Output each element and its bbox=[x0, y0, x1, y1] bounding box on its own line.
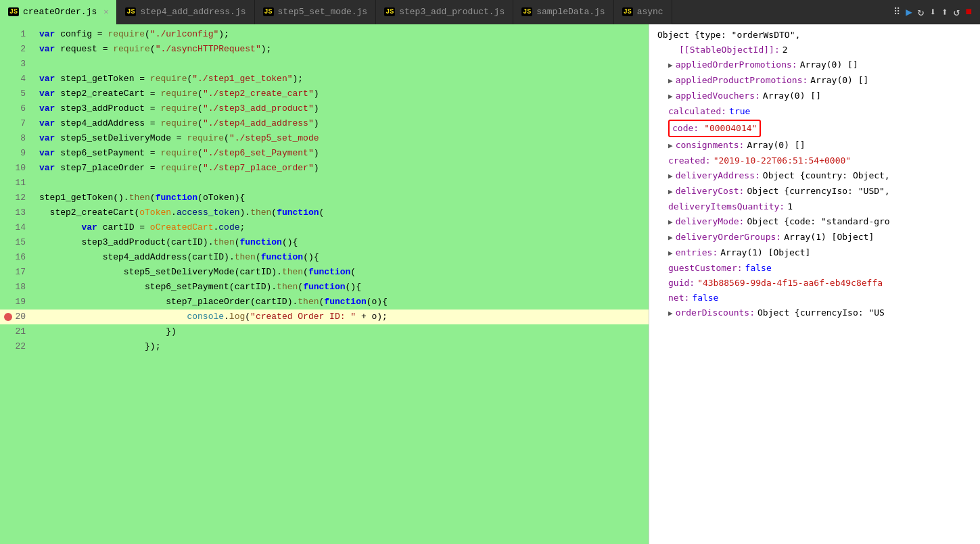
debug-key: net: bbox=[668, 291, 689, 305]
js-icon: JS bbox=[384, 7, 395, 16]
line-number: 17 bbox=[0, 265, 34, 280]
step-over-icon[interactable]: ⬇ bbox=[929, 5, 936, 19]
list-item[interactable]: ▶ deliveryCost: Object {currencyIso: "US… bbox=[657, 184, 972, 199]
tab-label: async bbox=[637, 7, 663, 17]
tab-label: step4_add_address.js bbox=[140, 7, 246, 17]
debug-val: Array(1) [Object] bbox=[720, 246, 810, 259]
line-number: 1 bbox=[0, 27, 34, 42]
list-item: [[StableObjectId]]: 2 bbox=[657, 43, 972, 57]
list-item[interactable]: ▶ consignments: Array(0) [] bbox=[657, 138, 972, 153]
tab-createOrder[interactable]: JS createOrder.js ✕ bbox=[0, 0, 117, 24]
debug-val: Object {country: Object, bbox=[763, 169, 890, 182]
line-number: 8 bbox=[0, 131, 34, 146]
debug-val: Array(0) [] bbox=[747, 139, 805, 152]
expand-icon[interactable]: ▶ bbox=[668, 90, 673, 103]
debug-key: deliveryCost: bbox=[676, 184, 745, 198]
expand-icon[interactable]: ▶ bbox=[668, 307, 673, 320]
tab-label: step3_add_product.js bbox=[399, 7, 505, 17]
tab-step5[interactable]: JS step5_set_mode.js bbox=[255, 0, 377, 24]
list-item: deliveryItemsQuantity: 1 bbox=[657, 199, 972, 214]
line-number: 11 bbox=[0, 176, 34, 191]
debug-key: calculated: bbox=[668, 105, 726, 118]
js-icon: JS bbox=[263, 7, 274, 16]
list-item[interactable]: ▶ deliveryMode: Object {code: "standard-… bbox=[657, 214, 972, 230]
stop-icon[interactable]: ■ bbox=[965, 6, 972, 18]
line-number: 3 bbox=[0, 57, 34, 72]
grid-icon[interactable]: ⠿ bbox=[893, 6, 900, 18]
line-number: 7 bbox=[0, 116, 34, 131]
line-number: 21 bbox=[0, 324, 34, 339]
debug-val: Array(1) [Object] bbox=[784, 230, 874, 244]
debug-val: true bbox=[729, 105, 750, 118]
expand-icon[interactable]: ▶ bbox=[668, 59, 673, 72]
expand-icon[interactable]: ▶ bbox=[668, 139, 673, 153]
line-number: 12 bbox=[0, 191, 34, 205]
js-icon: JS bbox=[622, 7, 633, 16]
tab-label: step5_set_mode.js bbox=[278, 7, 368, 17]
debug-val: Array(0) [] bbox=[810, 74, 868, 87]
list-item[interactable]: ▶ appliedVouchers: Array(0) [] bbox=[657, 89, 972, 104]
breakpoint-marker bbox=[4, 313, 12, 321]
list-item: created: "2019-10-22T06:51:54+0000" bbox=[657, 153, 972, 168]
step-out-icon[interactable]: ⬆ bbox=[941, 5, 948, 19]
list-item: guestCustomer: false bbox=[657, 261, 972, 276]
close-icon[interactable]: ✕ bbox=[103, 7, 108, 17]
debug-key: guid: bbox=[668, 276, 695, 290]
line-number: 16 bbox=[0, 250, 34, 265]
js-icon: JS bbox=[8, 7, 19, 16]
debug-key: entries: bbox=[676, 246, 718, 259]
tab-step4[interactable]: JS step4_add_address.js bbox=[117, 0, 254, 24]
debug-val: 1 bbox=[787, 200, 793, 214]
debug-header: Object {type: "orderWsDTO", bbox=[657, 30, 972, 40]
continue-icon[interactable]: ▶ bbox=[906, 5, 912, 19]
debug-val: Array(0) [] bbox=[763, 89, 821, 103]
debug-key: [[StableObjectId]]: bbox=[679, 43, 780, 57]
list-item[interactable]: ▶ appliedOrderPromotions: Array(0) [] bbox=[657, 57, 972, 73]
debug-val: Object {currencyIso: "US bbox=[757, 306, 885, 320]
debug-val: 2 bbox=[783, 43, 788, 57]
line-number: 15 bbox=[0, 235, 34, 250]
tab-sampleData[interactable]: JS sampleData.js bbox=[513, 0, 613, 24]
debug-key: orderDiscounts: bbox=[676, 306, 755, 320]
debugger-toolbar-top: ⠿ ▶ ↻ ⬇ ⬆ ↺ ■ bbox=[885, 5, 980, 19]
debug-key: consignments: bbox=[676, 139, 745, 152]
debug-val: false bbox=[692, 291, 718, 305]
debug-val: "00004014" bbox=[704, 122, 757, 135]
tab-label: sampleData.js bbox=[536, 7, 605, 17]
expand-icon[interactable]: ▶ bbox=[668, 231, 673, 245]
expand-icon[interactable]: ▶ bbox=[668, 247, 673, 260]
list-item[interactable]: ▶ orderDiscounts: Object {currencyIso: "… bbox=[657, 305, 972, 321]
tab-step3[interactable]: JS step3_add_product.js bbox=[376, 0, 513, 24]
debug-val: "43b88569-99da-4f15-aa6f-eb49c8effa bbox=[697, 276, 883, 290]
expand-icon[interactable]: ▶ bbox=[668, 185, 673, 199]
debugger-panel: Object {type: "orderWsDTO", [[StableObje… bbox=[649, 24, 980, 544]
line-number: 10 bbox=[0, 161, 34, 176]
debug-object: Object {type: "orderWsDTO", [[StableObje… bbox=[649, 24, 980, 326]
main-area: 1 var config = require("./urlconfig"); 2… bbox=[0, 24, 980, 544]
line-number: 4 bbox=[0, 72, 34, 86]
debug-key: created: bbox=[668, 154, 711, 168]
expand-icon[interactable]: ▶ bbox=[668, 216, 673, 229]
line-number: 19 bbox=[0, 295, 34, 310]
expand-icon[interactable]: ▶ bbox=[668, 170, 673, 183]
debug-key: code: bbox=[672, 122, 699, 135]
debug-key: guestCustomer: bbox=[668, 262, 743, 275]
debug-key: appliedProductPromotions: bbox=[676, 74, 808, 87]
debug-val: Array(0) [] bbox=[800, 58, 858, 72]
debug-key: deliveryItemsQuantity: bbox=[668, 200, 785, 214]
list-item[interactable]: ▶ entries: Array(1) [Object] bbox=[657, 245, 972, 261]
list-item[interactable]: ▶ appliedProductPromotions: Array(0) [] bbox=[657, 73, 972, 89]
js-icon: JS bbox=[521, 7, 532, 16]
debug-val: false bbox=[745, 262, 772, 275]
restart-icon[interactable]: ↻ bbox=[918, 5, 925, 19]
list-item[interactable]: ▶ deliveryOrderGroups: Array(1) [Object] bbox=[657, 230, 972, 245]
expand-icon[interactable]: ▶ bbox=[668, 74, 673, 88]
line-number: 6 bbox=[0, 101, 34, 116]
step-back-icon[interactable]: ↺ bbox=[954, 5, 960, 19]
debug-key: deliveryMode: bbox=[676, 215, 745, 228]
debug-val: Object {currencyIso: "USD", bbox=[747, 184, 889, 198]
list-item[interactable]: ▶ deliveryAddress: Object {country: Obje… bbox=[657, 168, 972, 184]
list-item: calculated: true bbox=[657, 104, 972, 119]
tab-async[interactable]: JS async bbox=[614, 0, 672, 24]
line-number: 13 bbox=[0, 205, 34, 220]
